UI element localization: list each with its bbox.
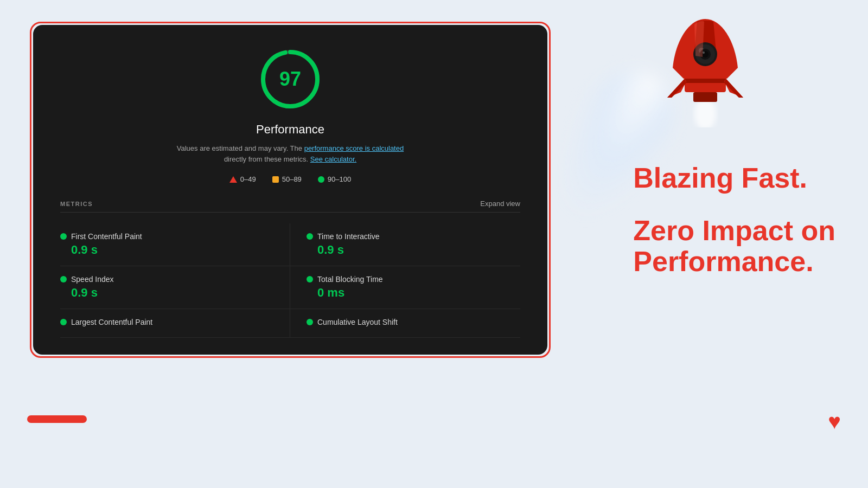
metrics-grid: First Contentful Paint 0.9 s Time to Int…: [60, 223, 520, 338]
score-number: 97: [279, 68, 301, 91]
svg-rect-9: [693, 92, 717, 102]
legend-good-label: 90–100: [328, 175, 351, 183]
legend-bad-icon: [229, 176, 237, 183]
metric-fcp: First Contentful Paint 0.9 s: [60, 223, 290, 266]
legend-medium-label: 50–89: [282, 175, 302, 183]
metric-fcp-dot: [60, 233, 67, 240]
metric-tbt-value: 0 ms: [307, 286, 520, 300]
metric-si: Speed Index 0.9 s: [60, 266, 290, 309]
rocket-illustration: [651, 8, 760, 117]
metric-fcp-name: First Contentful Paint: [71, 232, 142, 241]
heart-icon: ♥: [828, 409, 841, 434]
metrics-label: METRICS: [60, 201, 93, 207]
metric-cls-name: Cumulative Layout Shift: [317, 318, 398, 326]
performance-score-link[interactable]: performance score is calculated: [304, 144, 404, 152]
metric-fcp-value: 0.9 s: [60, 243, 273, 257]
right-text-block: Blazing Fast. Zero Impact on Performance…: [633, 163, 835, 278]
metric-tbt-name: Total Blocking Time: [317, 275, 383, 284]
legend-bad: 0–49: [229, 175, 256, 183]
calculator-link[interactable]: See calculator.: [310, 155, 356, 163]
panel-description: Values are estimated and may vary. The p…: [177, 143, 404, 164]
metric-tti-value: 0.9 s: [307, 243, 520, 257]
performance-title: Performance: [256, 123, 324, 137]
svg-rect-8: [685, 79, 726, 83]
legend-bad-label: 0–49: [240, 175, 256, 183]
metric-tti-dot: [307, 233, 313, 240]
performance-panel: 97 Performance Values are estimated and …: [33, 25, 547, 355]
svg-rect-7: [685, 76, 726, 92]
metric-tti-name: Time to Interactive: [317, 232, 380, 241]
zero-impact-text: Zero Impact on Performance.: [633, 215, 835, 277]
metric-si-dot: [60, 276, 67, 282]
blazing-fast-text: Blazing Fast.: [633, 163, 835, 194]
legend-good: 90–100: [318, 175, 351, 183]
metric-tbt-dot: [307, 276, 313, 282]
expand-view-button[interactable]: Expand view: [480, 200, 520, 208]
metric-tbt: Total Blocking Time 0 ms: [290, 266, 520, 309]
metric-cls: Cumulative Layout Shift: [290, 309, 520, 338]
performance-panel-wrapper: 97 Performance Values are estimated and …: [30, 22, 551, 358]
metric-lcp: Largest Contentful Paint: [60, 309, 290, 338]
score-circle: 97: [258, 47, 323, 112]
score-legend: 0–49 50–89 90–100: [229, 175, 351, 183]
metric-lcp-name: Largest Contentful Paint: [71, 318, 152, 326]
metric-cls-dot: [307, 319, 313, 325]
legend-medium: 50–89: [272, 175, 302, 183]
metric-si-value: 0.9 s: [60, 286, 273, 300]
metric-lcp-dot: [60, 319, 67, 325]
legend-good-icon: [318, 176, 324, 183]
svg-point-0: [694, 98, 716, 127]
legend-medium-icon: [272, 176, 279, 183]
metrics-header: METRICS Expand view: [60, 200, 520, 213]
svg-point-6: [703, 52, 705, 54]
metrics-section: METRICS Expand view First Contentful Pai…: [60, 200, 520, 338]
metric-tti: Time to Interactive 0.9 s: [290, 223, 520, 266]
metric-si-name: Speed Index: [71, 275, 114, 284]
left-decorative-bar: [27, 415, 87, 423]
